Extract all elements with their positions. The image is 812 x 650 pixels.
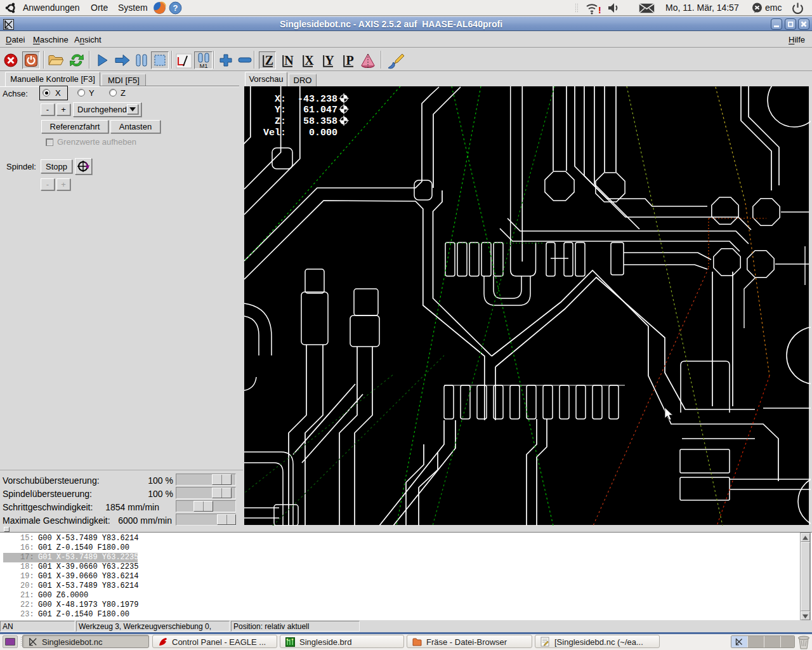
svg-text:?: ? (173, 3, 178, 13)
svg-text:X: -43.238: X: -43.238 (263, 94, 337, 105)
svg-text:N: N (284, 53, 294, 67)
svg-text:Z: Z (265, 53, 273, 67)
svg-text:!: ! (598, 5, 601, 15)
svg-text:Vel: 0.000: Vel: 0.000 (263, 128, 337, 138)
svg-text:Z: 58.358: Z: 58.358 (263, 116, 337, 127)
svg-text:M1: M1 (199, 62, 207, 69)
svg-text:X: X (304, 53, 314, 67)
svg-text:P: P (346, 53, 353, 67)
svg-text:Y: 61.047: Y: 61.047 (263, 105, 337, 116)
svg-text:Y: Y (325, 53, 334, 67)
